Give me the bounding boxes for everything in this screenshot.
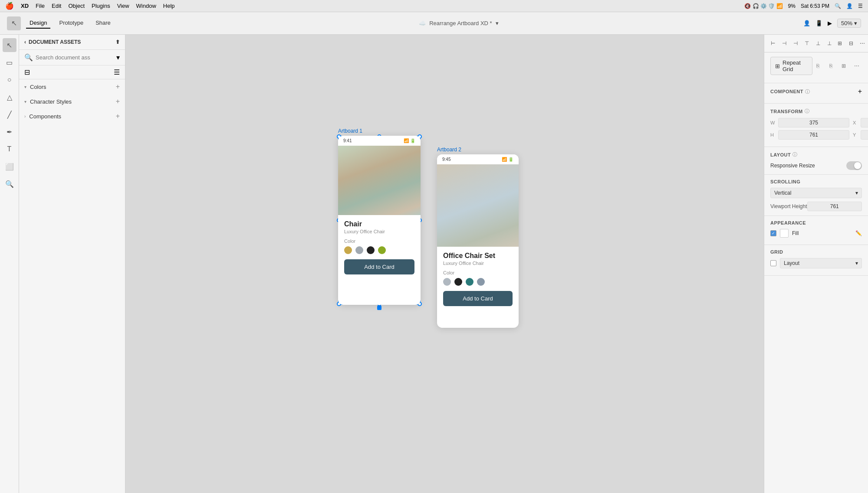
tab-design[interactable]: Design — [26, 18, 50, 29]
menu-icon[interactable]: ☰ — [858, 3, 863, 9]
align-icons-group: ⊢ ⊣ ⊣ ⊤ ⊥ ⊥ — [768, 38, 835, 49]
add-component-button[interactable]: + — [116, 112, 120, 120]
chevron-down-icon[interactable]: ▾ — [116, 53, 120, 62]
select-tool[interactable]: ↖ — [7, 16, 21, 30]
y-input[interactable] — [861, 130, 868, 140]
color-dot-black[interactable] — [367, 246, 375, 254]
menu-object[interactable]: Object — [68, 3, 85, 9]
align-bottom-icon[interactable]: ⊥ — [824, 38, 835, 49]
grid-section: GRID Layout ▾ — [764, 245, 868, 276]
copy-icon[interactable]: ⎘ — [812, 61, 823, 71]
duplicate-icon[interactable]: ⎘ — [825, 61, 836, 71]
width-input[interactable] — [778, 118, 849, 127]
color-dot-black[interactable] — [454, 278, 462, 286]
artboard-2-phone: 9:45 📶 🔋 Office Chair Set Luxury Office … — [437, 154, 519, 328]
artboard-2-frame: Artboard 2 9:45 📶 🔋 Office Chair Set Lux… — [437, 147, 519, 328]
chevron-down-icon[interactable]: ▾ — [496, 20, 499, 26]
play-button[interactable]: ▶ — [828, 20, 832, 26]
tab-prototype[interactable]: Prototype — [56, 18, 87, 29]
ellipse-tool-icon[interactable]: ○ — [3, 73, 16, 87]
eyedropper-icon[interactable]: ✏️ — [855, 230, 862, 236]
more-icon[interactable]: ⋯ — [852, 61, 862, 71]
responsive-resize-toggle[interactable] — [846, 161, 862, 170]
user-profile-icon[interactable]: 👤 — [803, 20, 810, 26]
menu-file[interactable]: File — [36, 3, 45, 9]
color-dot-blue[interactable] — [477, 278, 485, 286]
menu-window[interactable]: Window — [136, 3, 156, 9]
fill-label: Fill — [792, 230, 852, 236]
y-field: Y — [853, 130, 868, 140]
color-dot-gold[interactable] — [344, 246, 352, 254]
x-input[interactable] — [861, 118, 868, 127]
zoom-tool-icon[interactable]: 🔍 — [3, 177, 16, 191]
filter-icon[interactable]: ⊟ — [24, 68, 30, 76]
menu-help[interactable]: Help — [163, 3, 175, 9]
product-name-1: Chair — [344, 220, 414, 228]
fill-checkbox[interactable]: ✓ — [770, 230, 776, 236]
align-middle-v-icon[interactable]: ⊥ — [813, 38, 823, 49]
system-icons: 🔇 🎧 ⚙️ 🛡️ 📶 — [744, 3, 783, 9]
layout-title: LAYOUT — [770, 152, 791, 157]
align-top-icon[interactable]: ⊤ — [802, 38, 812, 49]
color-dot-green[interactable] — [378, 246, 386, 254]
grid-checkbox[interactable] — [770, 260, 776, 266]
collapse-icon[interactable]: ‹ — [24, 39, 26, 45]
add-component-icon[interactable]: + — [858, 88, 862, 95]
search-menu-icon[interactable]: 🔍 — [835, 3, 841, 9]
add-character-style-button[interactable]: + — [116, 98, 120, 105]
canvas[interactable]: Artboard 1 9:41 📶 🔋 — [125, 35, 764, 493]
colors-section[interactable]: ▾ Colors + — [19, 79, 125, 94]
add-color-button[interactable]: + — [116, 83, 120, 91]
zoom-selector[interactable]: 50% ▾ — [837, 19, 861, 28]
viewport-handle[interactable] — [377, 306, 381, 310]
artboard-2-label[interactable]: Artboard 2 — [437, 147, 519, 153]
apple-menu[interactable]: 🍎 — [5, 2, 14, 10]
menu-edit[interactable]: Edit — [52, 3, 61, 9]
panel-title: DOCUMENT ASSETS — [29, 39, 81, 45]
grid-icon: ⊞ — [775, 63, 780, 69]
scrolling-dropdown[interactable]: Vertical ▾ — [770, 188, 862, 198]
character-styles-section[interactable]: ▾ Character Styles + — [19, 94, 125, 109]
time-display-2: 9:45 — [442, 157, 450, 162]
grid-layout-row: Layout ▾ — [770, 258, 862, 268]
add-to-card-button-2[interactable]: Add to Card — [443, 291, 513, 306]
color-dot-teal[interactable] — [466, 278, 473, 286]
artboard-1-label[interactable]: Artboard 1 — [338, 128, 421, 134]
add-to-card-button-1[interactable]: Add to Card — [344, 259, 414, 274]
menu-view[interactable]: View — [117, 3, 129, 9]
distribute-h-icon[interactable]: ⊞ — [835, 38, 845, 49]
more-options-icon[interactable]: ⋯ — [857, 38, 868, 49]
align-right-icon[interactable]: ⊣ — [790, 38, 801, 49]
line-tool-icon[interactable]: ╱ — [3, 108, 16, 121]
menu-plugins[interactable]: Plugins — [92, 3, 110, 9]
components-section[interactable]: › Components + — [19, 109, 125, 124]
align-left-icon[interactable]: ⊢ — [768, 38, 778, 49]
distribute-v-icon[interactable]: ⊟ — [846, 38, 856, 49]
align-center-h-icon[interactable]: ⊣ — [779, 38, 789, 49]
viewport-height-input[interactable] — [807, 202, 862, 211]
artboard-tool-icon[interactable]: ⬜ — [3, 160, 16, 173]
group-icon[interactable]: ⊞ — [838, 61, 849, 71]
select-tool-icon[interactable]: ↖ — [3, 38, 16, 52]
list-view-icon[interactable]: ☰ — [114, 68, 120, 76]
text-tool-icon[interactable]: T — [3, 142, 16, 156]
tab-share[interactable]: Share — [92, 18, 114, 29]
assets-toolbar: ⊟ ☰ — [19, 65, 125, 79]
color-dot-lgray[interactable] — [443, 278, 451, 286]
grid-layout-dropdown[interactable]: Layout ▾ — [780, 258, 862, 268]
search-input[interactable] — [36, 54, 114, 61]
repeat-grid-button[interactable]: ⊞ Repeat Grid — [770, 57, 812, 75]
app-name[interactable]: XD — [21, 3, 29, 9]
rectangle-tool-icon[interactable]: ▭ — [3, 56, 16, 69]
time-display-1: 9:41 — [343, 138, 352, 143]
height-input[interactable] — [778, 130, 849, 140]
pen-tool-icon[interactable]: ✒ — [3, 125, 16, 139]
export-icon[interactable]: ⬆ — [115, 39, 120, 45]
fill-color-swatch[interactable] — [780, 229, 789, 238]
document-title[interactable]: Rearrange Artboard XD * — [429, 20, 492, 26]
device-icon[interactable]: 📱 — [815, 20, 822, 26]
color-dot-gray[interactable] — [355, 246, 363, 254]
triangle-tool-icon[interactable]: △ — [3, 90, 16, 104]
user-icon[interactable]: 👤 — [846, 3, 853, 9]
chevron-down-icon: ▾ — [855, 190, 858, 196]
